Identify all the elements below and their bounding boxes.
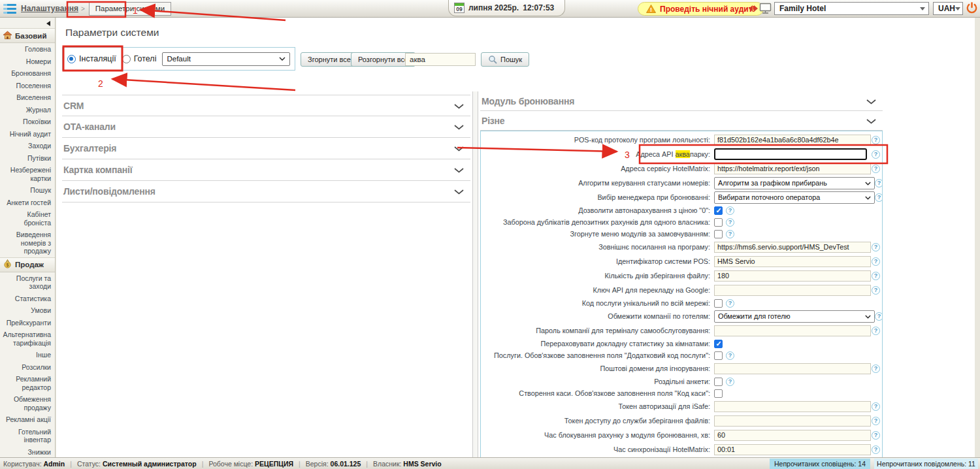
setting-checkbox[interactable] bbox=[714, 340, 723, 348]
hotel-select[interactable]: Family Hotel bbox=[774, 2, 929, 15]
setting-checkbox[interactable] bbox=[714, 206, 723, 215]
night-audit-warning[interactable]: ! Проведіть нічний аудит! bbox=[638, 2, 764, 16]
monitor-icon[interactable] bbox=[759, 3, 772, 14]
help-icon[interactable]: ? bbox=[875, 312, 883, 321]
setting-input[interactable] bbox=[714, 401, 871, 412]
sidebar-item[interactable]: Бронювання bbox=[0, 67, 55, 80]
panel-section-header[interactable]: Картка компанії bbox=[62, 159, 470, 181]
sidebar-item[interactable]: Виведення номерів з продажу bbox=[0, 229, 55, 257]
sidebar-item[interactable]: Кабінет броніста bbox=[0, 208, 55, 229]
search-button[interactable]: Пошук bbox=[481, 52, 529, 67]
chevron-down-icon[interactable] bbox=[454, 100, 464, 112]
sidebar-item[interactable]: Альтернативна тарифікація bbox=[0, 329, 55, 349]
setting-input[interactable]: 180 bbox=[714, 270, 871, 282]
setting-input[interactable] bbox=[714, 285, 871, 296]
sidebar-item[interactable]: Готельний інвентар bbox=[0, 426, 55, 446]
sidebar-item[interactable]: Інше bbox=[0, 349, 55, 361]
sidebar-item[interactable]: Номери bbox=[0, 56, 55, 68]
sidebar-item[interactable]: Обмеження продажу bbox=[0, 393, 55, 413]
chevron-down-icon[interactable] bbox=[866, 115, 876, 127]
panel-section-header[interactable]: ОТА-канали bbox=[62, 116, 470, 138]
setting-select[interactable]: Обмежити для готелю bbox=[714, 310, 875, 323]
messages-badge[interactable]: Непрочитаних повідомлень: 11 bbox=[874, 459, 978, 469]
sidebar-item[interactable]: Незбережені картки bbox=[0, 164, 55, 184]
sidebar-item[interactable]: Розсилки bbox=[0, 361, 55, 374]
sidebar-item[interactable]: Головна bbox=[0, 43, 55, 56]
chevron-down-icon[interactable] bbox=[454, 121, 464, 133]
radio-hotels-label[interactable]: Готелі bbox=[134, 54, 157, 63]
help-icon[interactable]: ? bbox=[872, 364, 880, 373]
sidebar-item[interactable]: Прейскуранти bbox=[0, 317, 55, 329]
help-icon[interactable]: ? bbox=[872, 402, 880, 411]
chevron-down-icon[interactable] bbox=[454, 164, 464, 176]
help-icon[interactable]: ? bbox=[726, 230, 734, 238]
help-icon[interactable]: ? bbox=[872, 257, 880, 266]
sidebar-item[interactable]: Путівки bbox=[0, 152, 55, 165]
setting-input[interactable]: 60 bbox=[714, 430, 871, 441]
help-icon[interactable]: ? bbox=[872, 431, 880, 440]
setting-input[interactable]: 00:01 bbox=[714, 444, 871, 455]
setting-checkbox[interactable] bbox=[714, 230, 723, 238]
setting-input[interactable]: f81d502b162e4a1ba6a6c80a4df62b4e bbox=[714, 135, 871, 146]
setting-checkbox[interactable] bbox=[714, 218, 723, 227]
sidebar-item[interactable]: Покоївки bbox=[0, 116, 55, 128]
radio-installations-label[interactable]: Інсталяції bbox=[79, 54, 116, 63]
notifications-badge[interactable]: Непрочитаних сповіщень: 14 bbox=[770, 459, 870, 469]
menu-icon[interactable] bbox=[3, 4, 16, 14]
setting-input-focused[interactable] bbox=[714, 148, 867, 160]
sidebar-item[interactable]: Умови bbox=[0, 304, 55, 317]
profile-select[interactable]: Default bbox=[162, 52, 290, 66]
sidebar-item[interactable]: Поселення bbox=[0, 80, 55, 92]
setting-input[interactable] bbox=[714, 415, 871, 427]
setting-checkbox[interactable] bbox=[714, 389, 723, 398]
panel-section-header[interactable]: Різне bbox=[480, 111, 883, 131]
swap-arrows-icon[interactable] bbox=[749, 5, 758, 12]
help-icon[interactable]: ? bbox=[875, 193, 883, 202]
help-icon[interactable]: ? bbox=[872, 150, 880, 159]
sidebar-item[interactable]: Послуги та заходи bbox=[0, 272, 55, 293]
setting-checkbox[interactable] bbox=[714, 299, 723, 308]
help-icon[interactable]: ? bbox=[872, 136, 880, 144]
chevron-down-icon[interactable] bbox=[866, 95, 876, 107]
panel-section-header[interactable]: Бухгалтерія bbox=[62, 138, 470, 159]
sidebar-item[interactable]: Заходи bbox=[0, 140, 55, 152]
help-icon[interactable]: ? bbox=[726, 218, 734, 227]
sidebar-collapse-icon[interactable] bbox=[46, 21, 50, 26]
help-icon[interactable]: ? bbox=[875, 179, 883, 187]
panel-section-header[interactable]: CRM bbox=[62, 95, 470, 116]
power-icon[interactable] bbox=[966, 2, 978, 14]
sidebar-item[interactable]: Виселення bbox=[0, 91, 55, 104]
search-input[interactable]: аква bbox=[405, 53, 476, 66]
sidebar-item[interactable]: Статистика bbox=[0, 293, 55, 305]
help-icon[interactable]: ? bbox=[726, 351, 734, 360]
help-icon[interactable]: ? bbox=[872, 445, 880, 454]
sidebar-item[interactable]: Рекламні акції bbox=[0, 413, 55, 426]
setting-checkbox[interactable] bbox=[714, 378, 723, 386]
help-icon[interactable]: ? bbox=[872, 417, 880, 425]
sidebar-item[interactable]: Нічний аудит bbox=[0, 128, 55, 140]
radio-installations[interactable] bbox=[67, 55, 76, 63]
currency-select[interactable]: UAH bbox=[933, 2, 963, 15]
sidebar-item[interactable]: Журнал bbox=[0, 104, 55, 116]
setting-input[interactable] bbox=[714, 363, 871, 374]
setting-input[interactable]: https://hms6.servio.support/HMS_DevTest bbox=[714, 242, 871, 253]
setting-select[interactable]: Алгоритм за графіком прибирань bbox=[714, 177, 875, 189]
tab-system-parameters[interactable]: Параметри системи bbox=[89, 2, 171, 16]
help-icon[interactable]: ? bbox=[726, 378, 734, 386]
help-icon[interactable]: ? bbox=[872, 165, 880, 173]
date-widget[interactable]: 09 липня 2025р. 12:07:53 bbox=[448, 0, 565, 16]
sidebar-section-sales[interactable]: $Продаж bbox=[0, 257, 55, 272]
setting-input[interactable]: HMS Servio bbox=[714, 256, 871, 267]
setting-select[interactable]: Вибирати поточного оператора bbox=[714, 191, 875, 204]
breadcrumb-settings[interactable]: Налаштування bbox=[21, 4, 78, 13]
help-icon[interactable]: ? bbox=[726, 299, 734, 308]
panel-section-header[interactable]: Листи/повідомлення bbox=[62, 181, 470, 202]
chevron-down-icon[interactable] bbox=[454, 186, 464, 197]
help-icon[interactable]: ? bbox=[872, 327, 880, 335]
sidebar-item[interactable]: Анкети гостей bbox=[0, 197, 55, 209]
help-icon[interactable]: ? bbox=[872, 243, 880, 251]
setting-checkbox[interactable] bbox=[714, 351, 723, 360]
setting-input[interactable]: https://hotelmatrix.report/ext/json bbox=[714, 163, 871, 174]
setting-input[interactable] bbox=[714, 325, 871, 336]
panel-section-header[interactable]: Модуль бронювання bbox=[480, 91, 883, 111]
